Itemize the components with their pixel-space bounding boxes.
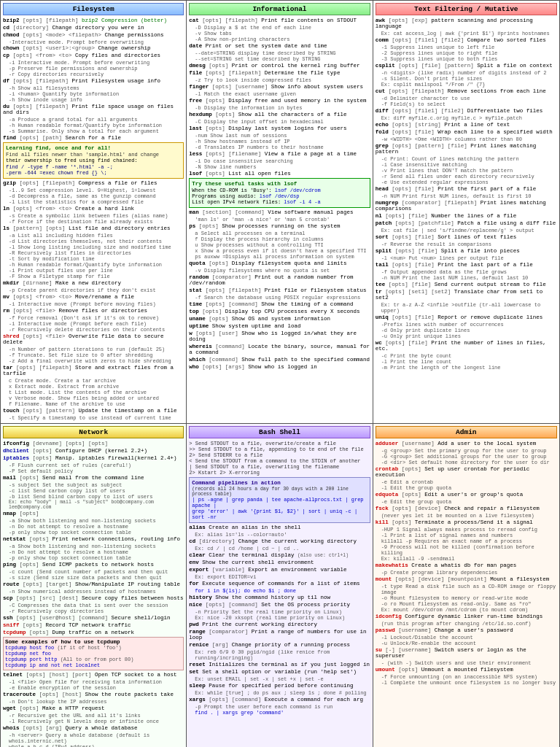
cmd-hexdump: hexdump [opts] Show all the characters o… — [189, 112, 370, 117]
cmd-ssh: ssh [opts] [user@host] [command] Secure … — [3, 615, 184, 621]
cmd-csplit: csplit [opts] [file] [pattern] Split a f… — [376, 63, 557, 69]
cmd-reset: reset Initializes the terminal as if you… — [189, 662, 370, 667]
cmd-iptables: iptables [opts] Manip. iptables firewall… — [3, 455, 184, 461]
cmd-adduser: adduser [username] Add a user to the loc… — [376, 441, 557, 446]
filesystem-section: Filesystem bzip2 [opts] [filepath] bzip2… — [1, 1, 187, 423]
cmd-chmod: chmod [opts] <mode> <filepath> Change pe… — [3, 32, 184, 38]
cmd-grep: grep [opts] [pattern] [file] Print lines… — [376, 143, 557, 155]
cmd-tr: tr [opts] [set1] [set2] Translate char f… — [376, 289, 557, 301]
cmd-df: df [opts] [filepath] Print Filesystem us… — [3, 78, 184, 84]
cmd-ls: ls [pattern] [opts] List file and direct… — [3, 225, 184, 231]
pipeline-box: Command pipelines in action (records all… — [189, 477, 370, 523]
filesystem-title: Filesystem — [3, 3, 184, 15]
cmd-top: top [opts] Display top CPU processes eve… — [189, 309, 370, 314]
cmd-ln: ln [opts] <from> <to> Create a hard link — [3, 206, 184, 212]
cmd-tcpdump: tcpdump [opts] Dump traffic on a network — [3, 630, 184, 635]
cmd-uptime: uptime Show system uptime and load — [189, 323, 370, 329]
cmd-random: random [comparator] Print out a random n… — [189, 274, 370, 286]
cmd-mount: mount [opts] [device] [mountpoint] Mount… — [376, 576, 557, 582]
cmd-w: w [opts] [user] Show who is logged in/wh… — [189, 330, 370, 342]
cmd-last: last [opts] Display last system logins f… — [189, 125, 370, 131]
cmd-dmesg: dmesg [opts] Print or control the kernel… — [189, 63, 370, 69]
cmd-clear: clear Clear the terminal display (also u… — [189, 552, 370, 558]
cmd-mail: mail [opts] Send mail from the command l… — [3, 475, 184, 481]
cmd-mv: mv [opts] <from> <to> Move/rename a file — [3, 294, 184, 300]
cmd-cat: cat [opts] [filepath] Print file content… — [189, 18, 370, 23]
cmd-mkdir: mkdir [dirname] Make a new directory — [3, 280, 184, 286]
cmd-find: find [opts] [path] Search for a file — [3, 135, 184, 141]
text-filtering-section: Text Filtering / Mutative awk [opts] [ex… — [373, 1, 559, 423]
cmd-renice: renice [arg] Change priority of a runnin… — [189, 642, 370, 648]
cmd-cut: cut [opts] [filepath] Remove sections fr… — [376, 88, 557, 94]
cmd-bzip2: bzip2 [opts] [filepath] bzip2 Compressio… — [3, 18, 184, 23]
cmd-sort: sort [opts] [file] Sort lines of text fi… — [376, 234, 557, 240]
cmd-su: su [-] [username] Switch users or login … — [376, 647, 557, 659]
cmd-lsof: lsof [opts] List all open files — [189, 171, 370, 177]
cmd-file: file [opts] [filepath] Determine the fil… — [189, 70, 370, 76]
cmd-cd-bash: cd [directory] Change the current workin… — [189, 538, 370, 544]
cmd-awk: awk [opts] [exp] pattern scanning and pr… — [376, 18, 557, 29]
cmd-idconfig: idconfig Configure dynamic linker run-ti… — [376, 614, 557, 619]
network-section: Network ifconfig [devname] [opts] [opts]… — [1, 424, 187, 747]
cmd-echo: echo [opts] [string] Print a line of tex… — [376, 122, 557, 128]
cmd-head: head [opts] [file] Print the first part … — [376, 186, 557, 192]
cmd-cd: cd [directory] Change directory you were… — [3, 25, 184, 31]
cmd-nmap: nmap [opts] — [3, 511, 184, 516]
cmd-numgrep: numgrep [comparator] [filepath] Print li… — [376, 200, 557, 212]
cmd-time: time [opts] [command] Show the timing of… — [189, 301, 370, 307]
find-special-box: Learning find, once and for all! Find al… — [3, 142, 184, 179]
cmd-man: man [section] [command] View software ma… — [189, 209, 370, 215]
cmd-set: set Set a shell option or variable (run … — [189, 669, 370, 675]
cmd-umount: umount [opts] Unmount a mounted filesyst… — [376, 667, 557, 673]
cmd-stat: stat [opts] [filepath] Print file or fil… — [189, 287, 370, 293]
bash-title: Bash Shell — [189, 426, 370, 438]
tcpdump-examples-box: Some examples of how to use tcpdump tcpd… — [3, 637, 184, 670]
cmd-shred: shred [opts] <file> Overwrite file data … — [3, 333, 184, 345]
lsof-special-box: Try these useful tasks with lsof When th… — [189, 178, 370, 208]
admin-title: Admin — [376, 426, 557, 438]
cmd-telnet: telnet [opts] [host] [port] Open TCP soc… — [3, 672, 184, 678]
cmd-comm: comm [opts] [file1] [file2] Compare two … — [376, 37, 557, 43]
cmd-less: less [opts] [filename] View a file a pag… — [189, 151, 370, 157]
cmd-pwd: pwd Print the current working directory — [189, 622, 370, 627]
cmd-makewhatis: makewhatis Create a whatis db for man pa… — [376, 562, 557, 568]
cmd-uniq: uniq [opts] [file] Report or remove dupl… — [376, 314, 557, 320]
informational-section: Informational cat [opts] [filepath] Prin… — [187, 1, 373, 423]
cmd-sniff: sniff [opts] Record TCP network traffic — [3, 622, 184, 628]
cmd-finger: finger [opts] [username] Show info about… — [189, 84, 370, 90]
cmd-wget: wget [opts] Make a HTTP request — [3, 705, 184, 711]
cmd-ping: ping [opts] Send ICMP packets to network… — [3, 562, 184, 568]
cmd-rm: rm [opts] <file> Remove files or directo… — [3, 308, 184, 314]
cmd-free: free [opts] Display free and used memory… — [189, 98, 370, 104]
cmd-nl: nl [opts] [file] Number the lines of a f… — [376, 213, 557, 219]
cmd-export: export [variable] Export an environment … — [189, 567, 370, 573]
cmd-tail: tail [opts] [file] Print the last part o… — [376, 262, 557, 268]
cmd-history: history Show the command history up til … — [189, 595, 370, 600]
cmd-kill: kill [opts] Terminate a process/Send it … — [376, 519, 557, 525]
text-filtering-title: Text Filtering / Mutative — [376, 3, 557, 15]
cmd-fold: fold [opts] [file] Wrap each line to a s… — [376, 129, 557, 135]
cmd-xargs: xargs [opts] [command] Execute a command… — [189, 697, 370, 703]
cmd-chown: chown [opts] <user1>:<group> Change owne… — [3, 45, 184, 51]
cmd-tee: tee [opts] [file] Send current output st… — [376, 282, 557, 287]
cmd-for: for Execute sequence of commands for a l… — [189, 581, 370, 587]
cmd-gzip: gzip [opts] [filepath] Compress a file o… — [3, 180, 184, 186]
informational-title: Informational — [189, 3, 370, 15]
cmd-range: range [comparator] Print a range of numb… — [189, 629, 370, 640]
cmd-split: split [opts] [file] Split a file into pi… — [376, 248, 557, 254]
cmd-quota: quota [opts] Display filesystem quota an… — [189, 260, 370, 266]
bash-section: Bash Shell > Send STDOUT to a file, over… — [187, 424, 373, 747]
network-title: Network — [3, 426, 184, 438]
cmd-ps: ps [opts] Show processes running on the … — [189, 223, 370, 229]
cmd-ifconfig: ifconfig [devname] [opts] [opts] — [3, 441, 184, 446]
cmd-edquota: edquota [opts] Edit a user's or group's … — [376, 492, 557, 498]
cmd-date: date Print or set the system date and ti… — [189, 43, 370, 49]
cmd-traceroute: traceroute [opts] [host] Show the route … — [3, 692, 184, 697]
cmd-crontab: crontab [opts] Set up user crontab for p… — [376, 466, 557, 478]
cmd-tar: tar [opts] [filepath] Store and extract … — [3, 365, 184, 376]
cmd-passwd: passwd [username] Change a user's passwo… — [376, 627, 557, 633]
cmd-whois: whois [opts] [arg] Query a whole databas… — [3, 725, 184, 731]
cmd-who: who [opts] [args] Show who is logged in — [189, 364, 370, 370]
cmd-scp: scp [opts] [src] [dest] Secure copy file… — [3, 595, 184, 601]
cmd-du: du [opts] [filepath] Print file space us… — [3, 104, 184, 115]
